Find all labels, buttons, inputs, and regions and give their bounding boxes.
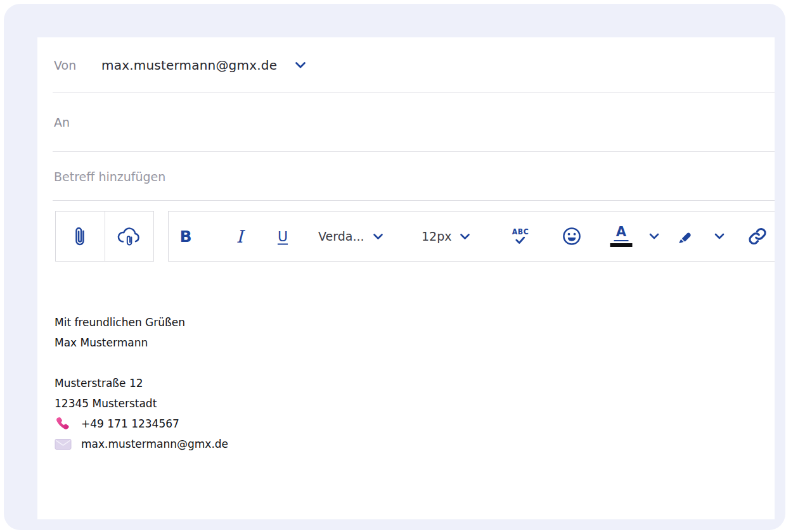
cloud-paperclip-icon <box>116 225 143 248</box>
message-body[interactable]: Mit freundlichen Grüßen Max Mustermann M… <box>37 262 775 519</box>
editor-toolbar: B I U Verda... 12px ABC <box>55 211 775 262</box>
attachment-group <box>55 211 154 262</box>
compose-backdrop-panel: Von max.mustermann@gmx.de An Betreff hin… <box>4 4 785 530</box>
signature-blank-line <box>55 353 228 373</box>
highlight-button[interactable] <box>674 227 693 246</box>
chevron-down-icon <box>649 233 660 240</box>
spellcheck-button[interactable]: ABC <box>512 229 529 244</box>
to-label: An <box>54 115 101 129</box>
text-color-button[interactable]: A <box>610 225 633 247</box>
spellcheck-icon: ABC <box>512 229 529 244</box>
font-family-select[interactable]: Verda... <box>318 229 383 243</box>
current-color-bar <box>610 243 633 247</box>
underline-button[interactable]: U <box>278 229 288 244</box>
chevron-down-icon <box>460 233 470 240</box>
highlighter-icon <box>674 227 693 246</box>
signature-phone-line: +49 171 1234567 <box>55 414 228 434</box>
signature-greeting: Mit freundlichen Grüßen <box>55 312 228 332</box>
font-size-value: 12px <box>422 229 451 243</box>
signature-name: Max Mustermann <box>55 332 228 353</box>
text-color-dropdown[interactable] <box>649 233 660 240</box>
link-icon <box>746 226 769 246</box>
from-field: Von max.mustermann@gmx.de <box>37 37 775 92</box>
to-field[interactable]: An <box>37 92 775 152</box>
compose-window: Von max.mustermann@gmx.de An Betreff hin… <box>37 37 775 519</box>
highlight-dropdown[interactable] <box>714 233 725 240</box>
emoji-button[interactable] <box>562 227 582 246</box>
text-color-icon: A <box>610 225 633 247</box>
emoji-icon <box>562 227 582 246</box>
cloud-attachment-button[interactable] <box>105 212 154 261</box>
italic-button[interactable]: I <box>236 227 243 246</box>
font-size-select[interactable]: 12px <box>422 229 470 243</box>
email-signature: Mit freundlichen Grüßen Max Mustermann M… <box>55 312 228 454</box>
signature-city: 12345 Musterstadt <box>55 393 228 414</box>
attach-file-button[interactable] <box>56 212 105 261</box>
from-account-selector[interactable]: max.mustermann@gmx.de <box>101 58 306 73</box>
font-family-value: Verda... <box>318 229 364 243</box>
envelope-icon <box>55 438 72 450</box>
signature-email: max.mustermann@gmx.de <box>81 434 228 454</box>
bold-button[interactable]: B <box>179 227 191 246</box>
subject-placeholder: Betreff hinzufügen <box>54 170 165 184</box>
chevron-down-icon <box>714 233 725 240</box>
signature-phone: +49 171 1234567 <box>81 414 179 434</box>
subject-field[interactable]: Betreff hinzufügen <box>37 152 775 201</box>
chevron-down-icon <box>295 61 306 69</box>
paperclip-icon <box>72 225 88 248</box>
insert-link-button[interactable] <box>746 226 769 246</box>
from-value: max.mustermann@gmx.de <box>101 58 277 73</box>
signature-email-line: max.mustermann@gmx.de <box>55 434 228 454</box>
chevron-down-icon <box>373 233 383 240</box>
signature-street: Musterstraße 12 <box>55 373 228 393</box>
from-label: Von <box>54 58 101 72</box>
phone-icon <box>55 415 72 432</box>
format-group: B I U Verda... 12px ABC <box>168 211 775 262</box>
